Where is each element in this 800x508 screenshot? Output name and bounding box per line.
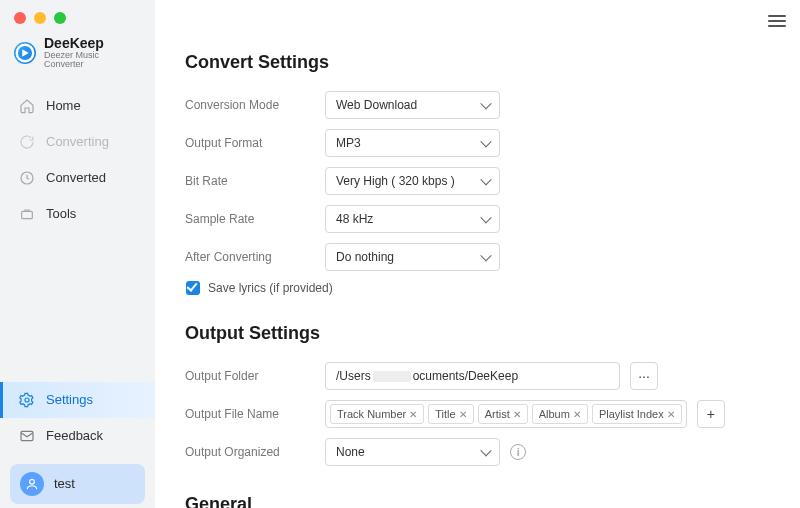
after-converting-value: Do nothing: [336, 250, 394, 264]
output-format-select[interactable]: MP3: [325, 129, 500, 157]
main-content: Convert Settings Conversion Mode Web Dow…: [155, 0, 800, 508]
feedback-icon: [18, 427, 36, 445]
info-icon[interactable]: i: [510, 444, 526, 460]
brand-subtitle: Deezer Music Converter: [44, 51, 141, 70]
close-window-button[interactable]: [14, 12, 26, 24]
output-format-value: MP3: [336, 136, 361, 150]
section-title-output: Output Settings: [185, 323, 764, 344]
output-organized-select[interactable]: None: [325, 438, 500, 466]
close-icon[interactable]: ✕: [459, 409, 467, 420]
sidebar-item-converting[interactable]: Converting: [0, 124, 155, 160]
browse-folder-button[interactable]: ···: [630, 362, 658, 390]
label-after-converting: After Converting: [185, 250, 325, 264]
user-chip[interactable]: test: [10, 464, 145, 504]
svg-rect-2: [22, 211, 33, 218]
brand: DeeKeep Deezer Music Converter: [0, 34, 155, 86]
sidebar-item-settings[interactable]: Settings: [0, 382, 155, 418]
token-title[interactable]: Title✕: [428, 404, 473, 424]
sidebar: DeeKeep Deezer Music Converter Home Conv…: [0, 0, 155, 508]
bit-rate-select[interactable]: Very High ( 320 kbps ): [325, 167, 500, 195]
brand-logo-icon: [14, 42, 36, 64]
label-bit-rate: Bit Rate: [185, 174, 325, 188]
label-sample-rate: Sample Rate: [185, 212, 325, 226]
label-output-format: Output Format: [185, 136, 325, 150]
label-output-file-name: Output File Name: [185, 407, 325, 421]
bit-rate-value: Very High ( 320 kbps ): [336, 174, 455, 188]
converted-icon: [18, 169, 36, 187]
sidebar-item-converted[interactable]: Converted: [0, 160, 155, 196]
sidebar-item-label: Feedback: [46, 428, 103, 443]
label-output-folder: Output Folder: [185, 369, 325, 383]
user-name: test: [54, 476, 75, 491]
tools-icon: [18, 205, 36, 223]
output-folder-text-prefix: /Users: [336, 369, 371, 383]
sidebar-item-feedback[interactable]: Feedback: [0, 418, 155, 454]
close-icon[interactable]: ✕: [409, 409, 417, 420]
output-organized-value: None: [336, 445, 365, 459]
brand-name: DeeKeep: [44, 36, 141, 51]
sidebar-item-home[interactable]: Home: [0, 88, 155, 124]
avatar: [20, 472, 44, 496]
svg-point-3: [25, 398, 29, 402]
sidebar-item-label: Converting: [46, 134, 109, 149]
section-title-general: General: [185, 494, 764, 508]
sample-rate-select[interactable]: 48 kHz: [325, 205, 500, 233]
minimize-window-button[interactable]: [34, 12, 46, 24]
label-conversion-mode: Conversion Mode: [185, 98, 325, 112]
section-title-convert: Convert Settings: [185, 52, 764, 73]
token-playlist-index[interactable]: Playlist Index✕: [592, 404, 682, 424]
maximize-window-button[interactable]: [54, 12, 66, 24]
token-track-number[interactable]: Track Number✕: [330, 404, 424, 424]
sidebar-item-label: Converted: [46, 170, 106, 185]
output-folder-text-suffix: ocuments/DeeKeep: [413, 369, 518, 383]
sidebar-item-label: Home: [46, 98, 81, 113]
sample-rate-value: 48 kHz: [336, 212, 373, 226]
close-icon[interactable]: ✕: [513, 409, 521, 420]
close-icon[interactable]: ✕: [573, 409, 581, 420]
save-lyrics-label: Save lyrics (if provided): [208, 281, 333, 295]
token-album[interactable]: Album✕: [532, 404, 588, 424]
conversion-mode-select[interactable]: Web Download: [325, 91, 500, 119]
filename-token-box: Track Number✕ Title✕ Artist✕ Album✕ Play…: [325, 400, 687, 428]
sidebar-item-label: Tools: [46, 206, 76, 221]
token-artist[interactable]: Artist✕: [478, 404, 528, 424]
gear-icon: [18, 391, 36, 409]
output-folder-input[interactable]: /Usersocuments/DeeKeep: [325, 362, 620, 390]
label-output-organized: Output Organized: [185, 445, 325, 459]
window-controls: [0, 0, 155, 34]
converting-icon: [18, 133, 36, 151]
sidebar-item-tools[interactable]: Tools: [0, 196, 155, 232]
add-token-button[interactable]: +: [697, 400, 725, 428]
menu-button[interactable]: [768, 12, 786, 30]
home-icon: [18, 97, 36, 115]
save-lyrics-checkbox[interactable]: [186, 281, 200, 295]
conversion-mode-value: Web Download: [336, 98, 417, 112]
nav: Home Converting Converted Tools Settings…: [0, 86, 155, 454]
svg-point-5: [30, 479, 35, 484]
sidebar-item-label: Settings: [46, 392, 93, 407]
after-converting-select[interactable]: Do nothing: [325, 243, 500, 271]
output-folder-redacted: [373, 371, 411, 382]
close-icon[interactable]: ✕: [667, 409, 675, 420]
